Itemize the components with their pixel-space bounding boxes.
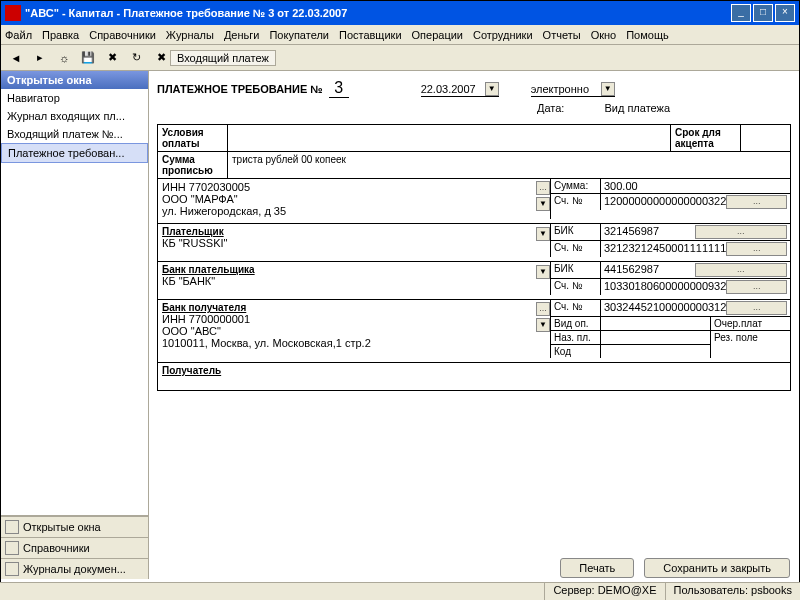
close-button[interactable]: × bbox=[775, 4, 795, 22]
bank1: КБ "RUSSKI" bbox=[162, 237, 530, 249]
sch1-label: Сч. № bbox=[551, 194, 601, 210]
date-input[interactable] bbox=[421, 83, 485, 95]
sch2-label: Сч. № bbox=[551, 241, 601, 257]
doc-title: ПЛАТЕЖНОЕ ТРЕБОВАНИЕ № bbox=[157, 83, 323, 95]
recv-input[interactable] bbox=[162, 376, 786, 388]
refresh-icon[interactable]: ↻ bbox=[125, 48, 147, 68]
book-icon bbox=[5, 541, 19, 555]
sidebar-btn-journals[interactable]: Журналы докумен... bbox=[1, 558, 148, 579]
lookup-icon[interactable]: … bbox=[695, 263, 788, 277]
menu-journals[interactable]: Журналы bbox=[166, 29, 214, 41]
new-button[interactable]: ☼ bbox=[53, 48, 75, 68]
menu-reports[interactable]: Отчеты bbox=[543, 29, 581, 41]
save-icon[interactable]: 💾 bbox=[77, 48, 99, 68]
menu-buyers[interactable]: Покупатели bbox=[269, 29, 329, 41]
sidebar-btn-open-windows[interactable]: Открытые окна bbox=[1, 516, 148, 537]
menu-file[interactable]: Файл bbox=[5, 29, 32, 41]
print-button[interactable]: Печать bbox=[560, 558, 634, 578]
bik1-value: 321456987 bbox=[604, 225, 695, 239]
toolbar: ◄ ▸ ☼ 💾 ✖ ↻ ✖ Входящий платеж bbox=[1, 45, 799, 71]
date-dropdown-icon[interactable]: ▼ bbox=[485, 82, 499, 96]
nazpl-label: Наз. пл. bbox=[551, 331, 601, 344]
vidop-label: Вид оп. bbox=[551, 317, 601, 330]
sumwords-label: Сумма прописью bbox=[158, 152, 228, 179]
dropdown-icon[interactable]: ▼ bbox=[536, 265, 550, 279]
document-area: ПЛАТЕЖНОЕ ТРЕБОВАНИЕ № ▼ ▼ Дата: Вид пла… bbox=[149, 71, 799, 579]
org2: ООО "АВС" bbox=[162, 325, 530, 337]
minimize-button[interactable]: _ bbox=[731, 4, 751, 22]
sch3-value: 10330180600000000932 bbox=[604, 280, 726, 294]
sch4-value: 30324452100000000312 bbox=[604, 301, 726, 315]
lookup-icon[interactable]: … bbox=[536, 302, 550, 316]
save-close-button[interactable]: Сохранить и закрыть bbox=[644, 558, 790, 578]
doc-number-input[interactable] bbox=[329, 79, 349, 98]
dropdown-icon[interactable]: ▼ bbox=[536, 318, 550, 332]
dropdown-icon[interactable]: ▼ bbox=[536, 197, 550, 211]
sumwords-value: триста рублей 00 копеек bbox=[228, 152, 791, 179]
sch2-value: 32123212450001111111 bbox=[604, 242, 726, 256]
bankrecv-label: Банк получателя bbox=[162, 302, 530, 313]
menu-window[interactable]: Окно bbox=[591, 29, 617, 41]
bik1-label: БИК bbox=[551, 224, 601, 240]
lookup-icon[interactable]: … bbox=[726, 195, 787, 209]
inn1: ИНН 7702030005 bbox=[162, 181, 530, 193]
sum-value: 300.00 bbox=[604, 180, 787, 192]
status-server: Сервер: DEMO@XE bbox=[544, 583, 664, 600]
delete-icon[interactable]: ✖ bbox=[101, 48, 123, 68]
deadline-label: Срок для акцепта bbox=[671, 125, 741, 152]
menu-dict[interactable]: Справочники bbox=[89, 29, 156, 41]
sch3-label: Сч. № bbox=[551, 279, 601, 295]
sidebar-list: Навигатор Журнал входящих пл... Входящий… bbox=[1, 89, 148, 515]
cond-label: Условия оплаты bbox=[158, 125, 228, 152]
doc-icon bbox=[5, 562, 19, 576]
bik2-label: БИК bbox=[551, 262, 601, 278]
paytype-label: Вид платежа bbox=[604, 102, 670, 114]
tab-incoming-payment[interactable]: Входящий платеж bbox=[170, 50, 276, 66]
lookup-icon[interactable]: … bbox=[726, 242, 787, 256]
dropdown-icon[interactable]: ▼ bbox=[536, 227, 550, 241]
sidebar-btn-dicts[interactable]: Справочники bbox=[1, 537, 148, 558]
lookup-icon[interactable]: … bbox=[536, 181, 550, 195]
menu-staff[interactable]: Сотрудники bbox=[473, 29, 533, 41]
sidebar-item-navigator[interactable]: Навигатор bbox=[1, 89, 148, 107]
lookup-icon[interactable]: … bbox=[726, 301, 787, 315]
sidebar-header: Открытые окна bbox=[1, 71, 148, 89]
app-icon bbox=[5, 5, 21, 21]
bankpayer-label: Банк плательщика bbox=[162, 264, 530, 275]
paytype-dropdown-icon[interactable]: ▼ bbox=[601, 82, 615, 96]
bik2-value: 441562987 bbox=[604, 263, 695, 277]
sidebar-item-journal[interactable]: Журнал входящих пл... bbox=[1, 107, 148, 125]
back-button[interactable]: ◄ bbox=[5, 48, 27, 68]
tab-close-icon[interactable]: ✖ bbox=[157, 51, 166, 64]
sch1-value: 12000000000000000322 bbox=[604, 195, 726, 209]
payer-label: Плательщик bbox=[162, 226, 530, 237]
kod-label: Код bbox=[551, 345, 601, 358]
date-label: Дата: bbox=[537, 102, 564, 114]
menu-help[interactable]: Помощь bbox=[626, 29, 669, 41]
menu-edit[interactable]: Правка bbox=[42, 29, 79, 41]
menu-suppliers[interactable]: Поставщики bbox=[339, 29, 402, 41]
recv-label: Получатель bbox=[162, 365, 786, 376]
menu-ops[interactable]: Операции bbox=[412, 29, 463, 41]
org1: ООО "МАРФА" bbox=[162, 193, 530, 205]
window-title: "АВС" - Капитал - Платежное требование №… bbox=[25, 7, 731, 19]
windows-icon bbox=[5, 520, 19, 534]
rezpole-label: Рез. поле bbox=[711, 331, 790, 344]
sidebar-item-incoming[interactable]: Входящий платеж №... bbox=[1, 125, 148, 143]
fwd-button[interactable]: ▸ bbox=[29, 48, 51, 68]
ocher-label: Очер.плат bbox=[711, 317, 790, 331]
sidebar: Открытые окна Навигатор Журнал входящих … bbox=[1, 71, 149, 579]
lookup-icon[interactable]: … bbox=[726, 280, 787, 294]
statusbar: Сервер: DEMO@XE Пользователь: psbooks bbox=[0, 582, 800, 600]
menu-money[interactable]: Деньги bbox=[224, 29, 260, 41]
sum-label: Сумма: bbox=[551, 179, 601, 193]
menubar: Файл Правка Справочники Журналы Деньги П… bbox=[1, 25, 799, 45]
inn2: ИНН 7700000001 bbox=[162, 313, 530, 325]
titlebar: "АВС" - Капитал - Платежное требование №… bbox=[1, 1, 799, 25]
paytype-input[interactable] bbox=[531, 83, 601, 95]
sidebar-item-payment-demand[interactable]: Платежное требован... bbox=[1, 143, 148, 163]
maximize-button[interactable]: □ bbox=[753, 4, 773, 22]
lookup-icon[interactable]: … bbox=[695, 225, 788, 239]
addr1: ул. Нижегородская, д 35 bbox=[162, 205, 530, 217]
bank2: КБ "БАНК" bbox=[162, 275, 530, 287]
